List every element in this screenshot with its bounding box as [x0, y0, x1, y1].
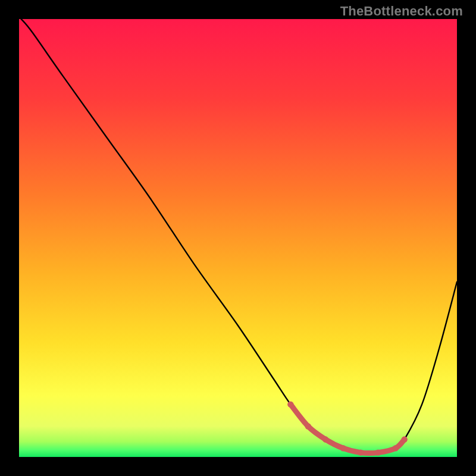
threshold-dot	[401, 436, 407, 442]
threshold-dot	[287, 401, 293, 407]
threshold-dot	[358, 449, 364, 455]
watermark-text: TheBottleneck.com	[340, 4, 463, 19]
threshold-dot	[340, 445, 346, 451]
bottleneck-curve	[21, 19, 457, 453]
threshold-dot	[322, 436, 328, 442]
curve-layer	[19, 19, 457, 457]
plot-area	[19, 19, 457, 457]
threshold-dot	[305, 423, 311, 429]
chart-container: TheBottleneck.com	[0, 0, 476, 476]
threshold-dot	[375, 449, 381, 455]
threshold-dot	[393, 445, 399, 451]
